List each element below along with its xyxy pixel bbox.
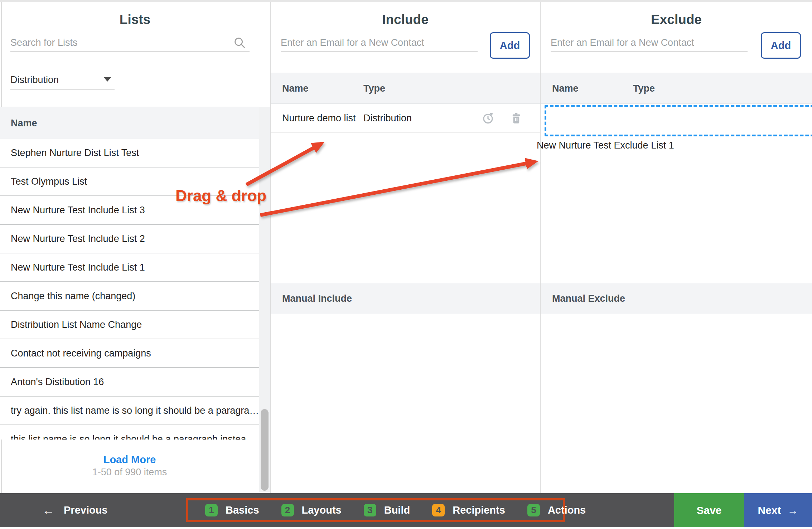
manual-exclude-label: Manual Exclude	[552, 293, 625, 304]
step-label: Build	[384, 504, 410, 516]
step-label: Basics	[226, 504, 259, 516]
exclude-email-input[interactable]	[551, 34, 748, 52]
left-arrow-icon: ←	[42, 503, 54, 517]
include-row-type: Distribution	[363, 113, 412, 124]
search-icon	[233, 36, 246, 49]
previous-label: Previous	[64, 504, 108, 516]
include-add-button[interactable]: Add	[490, 32, 530, 59]
list-item-label: New Nurture Test Include List 1	[11, 262, 145, 273]
dropdown-caret-icon	[104, 77, 111, 82]
items-count: 1-50 of 990 items	[0, 467, 259, 478]
list-item-label: New Nurture Test Include List 3	[11, 205, 145, 216]
step-number-badge: 2	[281, 504, 294, 516]
list-item[interactable]: Contact not receiving campaigns	[0, 339, 259, 368]
list-item-label: Change this name (changed)	[11, 291, 135, 302]
list-item-label: Distribution List Name Change	[11, 319, 142, 330]
trash-icon[interactable]	[510, 111, 523, 125]
next-label: Next	[758, 504, 781, 516]
step-item[interactable]: 1 Basics	[205, 504, 259, 516]
search-input[interactable]	[10, 34, 250, 52]
dragged-list-item[interactable]: New Nurture Test Exclude List 1	[537, 140, 674, 151]
next-button[interactable]: Next →	[744, 493, 812, 527]
list-item[interactable]: Change this name (changed)	[0, 282, 259, 311]
arrow-to-exclude	[260, 162, 535, 215]
list-item[interactable]: this list name is so long it should be a…	[0, 425, 259, 440]
step-item[interactable]: 5 Actions	[527, 504, 586, 516]
previous-button[interactable]: ← Previous	[42, 493, 108, 527]
step-number-badge: 5	[527, 504, 540, 516]
list-item-label: Anton's Distibution 16	[11, 377, 104, 388]
right-arrow-icon: →	[788, 504, 798, 516]
list-item-label: this list name is so long it should be a…	[11, 434, 256, 440]
step-label: Layouts	[302, 504, 342, 516]
list-item[interactable]: Anton's Distibution 16	[0, 368, 259, 397]
include-column-type: Type	[363, 83, 385, 94]
drag-drop-annotation: Drag & drop	[175, 187, 266, 205]
lists-scrollbar[interactable]	[259, 107, 270, 492]
list-item-label: Test Olympus List	[11, 176, 87, 187]
step-item[interactable]: 3 Build	[364, 504, 410, 516]
list-item-label: try again. this list name is so long it …	[11, 405, 259, 416]
steps-navigation: 1 Basics 2 Layouts 3 Build 4 Recipients	[186, 498, 565, 522]
manual-include-header: Manual Include	[271, 283, 540, 314]
list-item[interactable]: try again. this list name is so long it …	[0, 397, 259, 425]
lists-column-name: Name	[11, 118, 37, 129]
step-number-badge: 1	[205, 504, 218, 516]
list-item-label: New Nurture Test Include List 2	[11, 233, 145, 244]
lists-title: Lists	[0, 12, 270, 27]
recipients-screen: Lists Distribution Name Stephen Nurture …	[0, 0, 812, 529]
include-title: Include	[271, 12, 540, 27]
include-rows: Nurture demo list Distribution	[271, 103, 540, 132]
exclude-table-header: Name Type	[541, 73, 812, 104]
exclude-column-name: Name	[552, 83, 579, 94]
list-item-label: Stephen Nurture Dist List Test	[11, 147, 139, 159]
history-icon[interactable]	[481, 111, 495, 125]
lists-rows: Stephen Nurture Dist List Test Test Olym…	[0, 139, 259, 440]
save-button[interactable]: Save	[674, 493, 744, 527]
manual-exclude-header: Manual Exclude	[541, 283, 812, 314]
list-item[interactable]: Distribution List Name Change	[0, 311, 259, 339]
list-item[interactable]: New Nurture Test Include List 2	[0, 225, 259, 253]
include-row[interactable]: Nurture demo list Distribution	[271, 103, 540, 132]
load-more-link[interactable]: Load More	[0, 454, 259, 466]
step-number-badge: 3	[364, 504, 376, 516]
footer-bar: ← Previous 1 Basics 2 Layouts 3 Build	[0, 493, 812, 527]
lists-scrollbar-thumb[interactable]	[261, 409, 269, 491]
manual-include-label: Manual Include	[282, 293, 352, 304]
exclude-drop-zone[interactable]	[545, 105, 812, 136]
include-table-header: Name Type	[271, 73, 540, 104]
exclude-column-type: Type	[633, 83, 655, 94]
list-item-label: Contact not receiving campaigns	[11, 348, 151, 359]
step-item[interactable]: 4 Recipients	[432, 504, 505, 516]
include-column-name: Name	[282, 83, 309, 94]
step-item[interactable]: 2 Layouts	[281, 504, 342, 516]
step-label: Actions	[548, 504, 586, 516]
top-border	[0, 0, 812, 2]
list-item[interactable]: Stephen Nurture Dist List Test	[0, 139, 259, 168]
list-type-select[interactable]: Distribution	[10, 71, 115, 89]
step-number-badge: 4	[432, 504, 445, 516]
include-email-input[interactable]	[281, 34, 478, 52]
step-label: Recipients	[453, 504, 505, 516]
list-item[interactable]: New Nurture Test Include List 1	[0, 253, 259, 282]
exclude-title: Exclude	[541, 12, 812, 27]
include-row-name: Nurture demo list	[282, 113, 356, 124]
exclude-add-button[interactable]: Add	[761, 32, 801, 59]
list-type-value: Distribution	[10, 74, 59, 86]
lists-table-header: Name	[0, 107, 259, 140]
